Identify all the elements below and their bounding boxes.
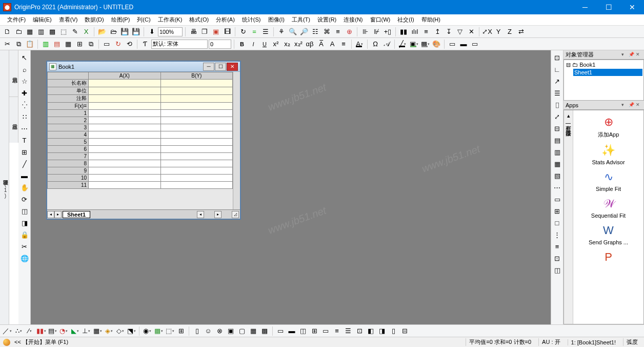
font-size-combo[interactable] <box>209 40 231 49</box>
save-template-icon[interactable]: 💾 <box>131 27 141 37</box>
obj10-icon[interactable]: ◨ <box>377 326 387 336</box>
pane-close-icon[interactable]: ✕ <box>636 52 642 58</box>
object-manager-tree[interactable]: ⊟ 🗀 Book1 Sheet1 <box>564 60 644 101</box>
row-units[interactable]: 单位 <box>48 87 89 95</box>
pane-menu-icon[interactable]: ▾ <box>621 52 628 58</box>
row-2[interactable]: 2 <box>48 117 89 124</box>
crosshair-icon[interactable]: ✚ <box>19 88 30 98</box>
plot-contour-icon[interactable]: ◉▾ <box>142 326 152 336</box>
copy-icon[interactable]: ⧉ <box>13 39 24 49</box>
rect-tool-icon[interactable]: ▬ <box>19 170 30 181</box>
plot-surface-icon[interactable]: ⬔▾ <box>126 326 136 336</box>
transpose-icon[interactable]: ⇄ <box>516 27 526 37</box>
zoom-cursor-icon[interactable]: ⌕ <box>19 64 30 74</box>
gtool17-icon[interactable]: ≡ <box>552 241 562 252</box>
duplicate-icon[interactable]: ❐ <box>199 27 210 37</box>
plot-hist-icon[interactable]: ▦▾ <box>92 326 103 336</box>
plot-wire-icon[interactable]: ⬚▾ <box>165 326 175 336</box>
status-anglemode[interactable]: 弧度 <box>623 338 641 346</box>
plot-template-icon[interactable]: ⊞ <box>176 326 186 336</box>
sheet-corner[interactable]: ◿ <box>232 211 239 218</box>
align-icon[interactable]: ≡ <box>338 39 349 49</box>
mask3-icon[interactable]: ⊗ <box>214 326 225 336</box>
obj2-icon[interactable]: ▬ <box>287 326 297 336</box>
open-template-icon[interactable]: 🗁 <box>108 27 118 37</box>
menu-statistics[interactable]: 统计(S) <box>239 15 264 25</box>
greek-icon[interactable]: αβ <box>305 39 315 49</box>
plot-pie-icon[interactable]: ◔▾ <box>58 326 69 336</box>
mask1-icon[interactable]: ▯ <box>192 326 202 336</box>
new-excel-icon[interactable]: X <box>81 27 91 37</box>
sheet-nav-first[interactable]: ◂ <box>47 211 54 218</box>
app-more[interactable]: P <box>573 248 643 267</box>
new-workbook-icon[interactable]: ▦ <box>25 27 35 37</box>
workbook-window[interactable]: ▦ Book1 ─ ☐ ✕ A(X)B(Y) 长名称 单位 注释 F(x)= <box>46 61 241 220</box>
worksheet-grid[interactable]: A(X)B(Y) 长名称 单位 注释 F(x)= 1 2 3 4 5 6 7 8… <box>47 72 233 209</box>
obj6-icon[interactable]: ≡ <box>332 326 342 336</box>
apps-header[interactable]: Apps ▾ 📌 ✕ <box>564 101 644 110</box>
refresh-icon[interactable]: ↻ <box>238 27 248 37</box>
menu-analysis[interactable]: 分析(A) <box>213 15 238 25</box>
add-col-icon[interactable]: +▯ <box>383 27 393 37</box>
obj5-icon[interactable]: ▭ <box>320 326 331 336</box>
apps-close-icon[interactable]: ✕ <box>636 102 642 108</box>
app-send-graphs[interactable]: WSend Graphs ... <box>573 222 643 246</box>
stats-col-icon[interactable]: ılıl <box>410 27 420 37</box>
line-color-icon[interactable]: ╱▾ <box>397 40 408 48</box>
apps-menu-icon[interactable]: ▾ <box>621 102 628 108</box>
maximize-button[interactable]: ☐ <box>597 0 620 14</box>
hscroll-left[interactable]: ◂ <box>197 211 204 218</box>
rect-icon[interactable]: ▭ <box>102 39 112 49</box>
mask7-icon[interactable]: ▩ <box>259 326 270 336</box>
italic-icon[interactable]: I <box>248 39 258 49</box>
plot-area-icon[interactable]: ◣▾ <box>70 326 80 336</box>
plot-scatter-icon[interactable]: ∴▾ <box>13 326 24 336</box>
zoom-combo[interactable] <box>158 27 183 36</box>
zoom-in-icon[interactable]: 🔍 <box>288 27 298 37</box>
apps-side-tabs[interactable]: ▴ 所有 | 连接器 <box>564 110 573 324</box>
grid-icon[interactable]: ⊞ <box>19 147 30 157</box>
fill-color-icon[interactable]: ▣▾ <box>409 40 419 48</box>
axis-z-icon[interactable]: Z <box>505 27 515 37</box>
gtool3-icon[interactable]: ↗ <box>552 76 562 86</box>
link-icon[interactable]: ⧉ <box>86 39 96 49</box>
menu-tools[interactable]: 工具(T) <box>289 15 313 25</box>
superscript-icon[interactable]: x² <box>271 39 281 49</box>
app-simple-fit[interactable]: ∿Simple Fit <box>573 168 643 193</box>
project-explorer-tab[interactable]: 项目管理器 (1) <box>0 50 9 324</box>
row-1[interactable]: 1 <box>48 110 89 117</box>
row-4[interactable]: 4 <box>48 131 89 139</box>
world-icon[interactable]: 🌐 <box>19 253 30 263</box>
script-icon[interactable]: 𝒜 <box>381 39 392 49</box>
menu-file[interactable]: 文件(F) <box>4 15 29 25</box>
recalc-icon[interactable]: = <box>249 27 259 37</box>
sheet-nav-last[interactable]: ▸ <box>54 211 62 218</box>
plot-linescatter-icon[interactable]: ⁄▾ <box>25 326 35 336</box>
results-icon[interactable]: ☷ <box>310 27 320 37</box>
col-header-a[interactable]: A(X) <box>89 72 161 80</box>
hint-log-tab[interactable]: 提示日志 <box>9 97 18 143</box>
gtool16-icon[interactable]: ⋮ <box>552 229 562 240</box>
style3-icon[interactable]: ▭ <box>470 39 480 49</box>
obj9-icon[interactable]: ◧ <box>366 326 376 336</box>
new-project-icon[interactable]: 🗋 <box>2 27 12 37</box>
open-icon[interactable]: 📂 <box>97 27 107 37</box>
mask2-icon[interactable]: ☺ <box>203 326 213 336</box>
plot-3d2-icon[interactable]: ◇▾ <box>115 326 125 336</box>
row-10[interactable]: 10 <box>48 175 89 182</box>
chart2-icon[interactable]: ⊮ <box>371 27 381 37</box>
mask5-icon[interactable]: ▢ <box>237 326 247 336</box>
python-icon[interactable]: ≡ <box>333 27 343 37</box>
sheet-tab[interactable]: Sheet1 <box>63 211 90 218</box>
plot-image-icon[interactable]: ▩▾ <box>153 326 164 336</box>
obj12-icon[interactable]: ⊟ <box>399 326 410 336</box>
bg-color-icon[interactable]: ▩▾ <box>420 40 430 48</box>
pointer-icon[interactable]: ↖ <box>19 52 30 63</box>
object-manager-header[interactable]: 对象管理器 ▾ 📌 ✕ <box>564 50 644 60</box>
window-icon[interactable]: ☰ <box>260 27 271 37</box>
app-sequential-fit[interactable]: 𝒲Sequential Fit <box>573 195 643 220</box>
row-9[interactable]: 9 <box>48 167 89 175</box>
subscript-icon[interactable]: x₂ <box>282 39 292 49</box>
sort-asc-icon[interactable]: ↥ <box>432 27 442 37</box>
workbook-close-button[interactable]: ✕ <box>227 63 238 71</box>
